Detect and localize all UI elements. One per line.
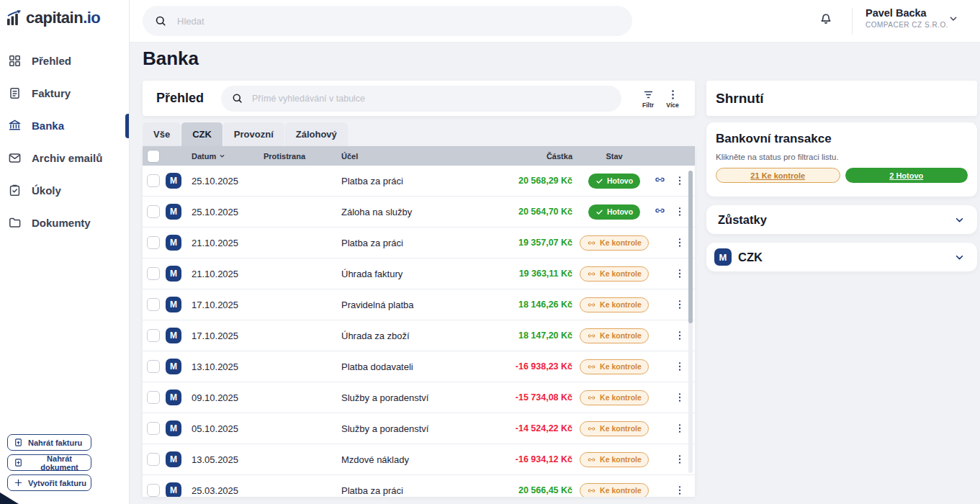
transaction-purpose: Platba za práci (341, 485, 472, 496)
table-row[interactable]: M 05.10.2025 Služby a poradenství -14 52… (143, 413, 695, 444)
link-icon[interactable] (654, 204, 666, 217)
table-row[interactable]: M 25.03.2025 Platba za práci 20 566,45 K… (143, 475, 695, 497)
table-row[interactable]: M 25.10.2025 Platba za práci 20 568,29 K… (143, 166, 695, 197)
table-row[interactable]: M 25.10.2025 Záloha na služby 20 564,70 … (143, 197, 695, 228)
chevron-down-icon[interactable] (953, 251, 966, 264)
sidebar-item-label: Přehled (32, 55, 71, 67)
sidebar-item-faktury[interactable]: Faktury (0, 77, 129, 109)
table-row[interactable]: M 13.05.2025 Mzdové náklady -16 934,12 K… (143, 444, 695, 475)
kebab-icon (674, 330, 685, 341)
row-menu-button[interactable] (674, 237, 685, 248)
status-badge-done[interactable]: Hotovo (588, 174, 640, 189)
row-menu-button[interactable] (674, 330, 685, 341)
row-checkbox[interactable] (147, 484, 160, 497)
table-row[interactable]: M 17.10.2025 Úhrada za zboží 18 147,20 K… (143, 320, 695, 351)
sidebar-item-banka[interactable]: Banka (0, 109, 129, 142)
row-checkbox[interactable] (147, 391, 160, 404)
row-checkbox[interactable] (147, 298, 160, 311)
transaction-amount: 19 357,07 Kč (518, 238, 572, 248)
sidebar: capitain.io Přehled Faktury (0, 0, 130, 504)
notifications-bell-icon[interactable] (818, 10, 834, 26)
table-row[interactable]: M 21.10.2025 Platba za práci 19 357,07 K… (143, 228, 695, 258)
row-menu-button[interactable] (674, 175, 685, 186)
account-czk-collapse[interactable]: M CZK (706, 243, 977, 271)
row-menu-button[interactable] (674, 423, 685, 434)
column-header-ucel[interactable]: Účel (341, 152, 472, 161)
row-checkbox[interactable] (147, 360, 160, 373)
status-badge-review[interactable]: Ke kontrole (580, 390, 649, 405)
status-badge-review[interactable]: Ke kontrole (580, 483, 649, 498)
row-checkbox[interactable] (147, 329, 160, 342)
status-badge-done[interactable]: Hotovo (588, 204, 640, 220)
account-badge: M (166, 266, 181, 282)
filter-done-pill[interactable]: 2 Hotovo (845, 168, 968, 183)
table-scrollbar-thumb[interactable] (688, 171, 693, 323)
toolbar-title: Přehled (156, 91, 204, 106)
user-menu-chevron-icon[interactable] (948, 13, 959, 24)
status-badge-review[interactable]: Ke kontrole (580, 328, 649, 343)
status-badge-review[interactable]: Ke kontrole (580, 266, 649, 282)
column-header-datum[interactable]: Datum (192, 152, 264, 161)
table-row[interactable]: M 13.10.2025 Platba dodavateli -16 938,2… (143, 351, 695, 382)
sidebar-actions: Nahrát fakturu Nahrát dokument Vytvořit … (7, 434, 91, 491)
brand-logo-icon (6, 9, 23, 27)
row-menu-button[interactable] (674, 485, 685, 496)
table-row[interactable]: M 09.10.2025 Služby a poradenství -15 73… (143, 382, 695, 413)
column-header-protistrana[interactable]: Protistrana (264, 152, 341, 161)
sidebar-item-prehled[interactable]: Přehled (0, 45, 129, 77)
table-row[interactable]: M 17.10.2025 Pravidelná platba 18 146,26… (143, 289, 695, 320)
transaction-amount: -16 934,12 Kč (516, 454, 572, 464)
row-menu-button[interactable] (674, 206, 685, 217)
table-search-input[interactable] (252, 94, 611, 104)
kebab-icon (674, 237, 685, 248)
filter-button[interactable]: Filtr (636, 89, 660, 109)
more-button[interactable]: Více (660, 89, 685, 109)
sidebar-item-label: Banka (32, 120, 64, 132)
link-icon[interactable] (654, 174, 666, 186)
row-checkbox[interactable] (147, 453, 160, 466)
sidebar-item-ukoly[interactable]: Úkoly (0, 174, 129, 207)
row-checkbox[interactable] (147, 174, 160, 187)
sidebar-item-archiv-emailu[interactable]: Archiv emailů (0, 142, 129, 174)
transaction-amount: 20 568,29 Kč (518, 176, 572, 186)
status-badge-review[interactable]: Ke kontrole (580, 297, 649, 312)
row-checkbox[interactable] (147, 205, 160, 218)
kebab-icon (674, 175, 685, 186)
account-czk-title: CZK (738, 251, 763, 264)
row-menu-button[interactable] (674, 361, 685, 372)
status-badge-review[interactable]: Ke kontrole (580, 359, 649, 374)
account-badge: M (166, 420, 181, 436)
row-menu-button[interactable] (674, 299, 685, 310)
status-badge-review[interactable]: Ke kontrole (580, 235, 649, 251)
filter-review-pill[interactable]: 21 Ke kontrole (716, 168, 840, 183)
upload-document-button[interactable]: Nahrát dokument (7, 454, 91, 471)
column-header-castka[interactable]: Částka (547, 152, 572, 161)
upload-invoice-icon (14, 438, 23, 447)
row-checkbox[interactable] (147, 422, 160, 435)
row-checkbox[interactable] (147, 267, 160, 280)
global-search-input[interactable] (177, 16, 621, 27)
row-menu-button[interactable] (674, 268, 685, 279)
row-menu-button[interactable] (674, 454, 685, 465)
sidebar-item-dokumenty[interactable]: Dokumenty (0, 207, 129, 239)
global-search[interactable] (143, 6, 632, 36)
tab-czk[interactable]: CZK (181, 122, 222, 146)
table-row[interactable]: M 21.10.2025 Úhrada faktury 19 363,11 Kč… (143, 258, 695, 289)
status-badge-review[interactable]: Ke kontrole (580, 452, 649, 467)
status-badge-review[interactable]: Ke kontrole (580, 421, 649, 436)
balances-collapse[interactable]: Zůstatky (706, 205, 977, 234)
account-badge: M (166, 390, 181, 405)
table-search[interactable] (221, 86, 621, 112)
tab-vse[interactable]: Vše (143, 122, 181, 146)
row-checkbox[interactable] (147, 236, 160, 249)
chevron-down-icon[interactable] (953, 214, 966, 226)
brand-logo[interactable]: capitain.io (0, 0, 129, 27)
column-header-stav[interactable]: Stav (606, 152, 622, 161)
select-all-checkbox[interactable] (147, 150, 160, 163)
row-menu-button[interactable] (674, 392, 685, 403)
link-icon (587, 424, 596, 433)
upload-invoice-button[interactable]: Nahrát fakturu (7, 434, 91, 451)
tab-zalohovy[interactable]: Zálohový (285, 122, 348, 146)
tab-provozni[interactable]: Provozní (223, 122, 284, 146)
user-menu[interactable]: Pavel Backa COMPACER CZ S.R.O. (866, 7, 948, 29)
